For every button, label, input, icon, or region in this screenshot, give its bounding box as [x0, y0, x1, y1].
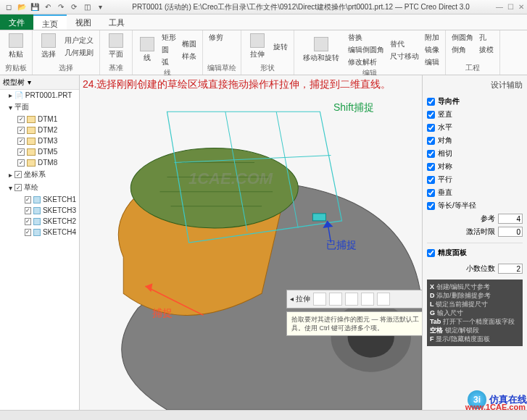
tree-datum-item[interactable]: ✓DTM2	[0, 125, 79, 135]
maximize-button[interactable]: ☐	[507, 3, 514, 11]
replace-button[interactable]: 替换	[347, 32, 386, 43]
tree-axes-folder[interactable]: ▸ ✓ 坐标系	[0, 168, 79, 181]
tool-icon-3[interactable]	[345, 293, 358, 306]
guide-item[interactable]: 竖直	[427, 108, 523, 121]
ribbon-group-edit: 移动和旋转 替换 编辑倒圆角 修改解析 替代 尺寸移动 附加 镜像 编辑 编辑	[294, 30, 446, 75]
draft-button[interactable]: 拔模	[478, 44, 495, 56]
round-button[interactable]: 倒圆角	[450, 32, 475, 43]
new-icon[interactable]: ◻	[3, 1, 14, 13]
group-label: 编辑草绘	[207, 63, 236, 73]
guide-item[interactable]: 相切	[427, 147, 523, 160]
undo-icon[interactable]: ↶	[42, 1, 54, 13]
open-icon[interactable]: 📂	[16, 1, 28, 13]
tree-sketch-item[interactable]: ✓SKETCH1	[0, 194, 79, 205]
guide-item[interactable]: 平行	[427, 173, 523, 186]
tab-view[interactable]: 视图	[67, 14, 100, 30]
chamfer-button[interactable]: 倒角	[450, 44, 475, 56]
ribbon-tabs: 文件 主页 视图 工具	[0, 14, 527, 30]
attach-button[interactable]: 附加	[423, 32, 441, 43]
tree-datum-item[interactable]: ✓DTM3	[0, 135, 79, 146]
delay-field[interactable]: 激活时限	[427, 225, 523, 238]
group-label: 剪贴板	[4, 63, 28, 73]
annotation-shift: Shift捕捉	[333, 101, 374, 114]
annotation-main: 24.选择刚刚创建的草绘区域直接拖动操作杆拉伸，捕捉到二维直线。	[83, 78, 416, 91]
ribbon-group-line: 线 矩形 圆 弧 椭圆 样条 线	[133, 30, 203, 75]
tree-sketch-folder[interactable]: ▾ ✓ 草绘	[0, 181, 79, 194]
rect-button[interactable]: 矩形	[160, 32, 178, 43]
guide-item[interactable]: 对角	[427, 134, 523, 147]
guide-item[interactable]: 垂直	[427, 186, 523, 199]
ellipse-button[interactable]: 椭圆	[180, 38, 198, 50]
ribbon: 粘贴 剪贴板 选择 用户定义 几何规则 选择 平面 基准 线 矩形 圆 弧 椭	[0, 30, 527, 75]
plane-button[interactable]: 平面	[104, 32, 128, 62]
mirror-button[interactable]: 镜像	[423, 44, 441, 56]
guide-item[interactable]: 水平	[427, 121, 523, 134]
minimize-button[interactable]: —	[496, 3, 503, 11]
svg-rect-6	[312, 214, 325, 221]
tool-icon-5[interactable]	[377, 293, 390, 306]
close-button[interactable]: ✕	[518, 3, 524, 11]
save-icon[interactable]: 💾	[29, 1, 41, 13]
tree-sketch-item[interactable]: ✓SKETCH3	[0, 205, 79, 216]
panel-title: 设计辅助	[427, 78, 523, 95]
filter-dropdown[interactable]: 用户定义	[63, 35, 95, 46]
decimals-field[interactable]: 小数位数	[427, 262, 523, 275]
arc-button[interactable]: 弧	[160, 56, 178, 68]
select-button[interactable]: 选择	[37, 32, 60, 62]
ribbon-group-select: 选择 用户定义 几何规则 选择	[33, 30, 100, 75]
window-title: PRT0001 (活动的) E:\Creo工作目录\工作文件\0912\Dire…	[106, 2, 496, 12]
group-label: 形状	[246, 63, 289, 73]
regen-icon[interactable]: ⟳	[68, 1, 80, 13]
ribbon-group-shapes: 拉伸 旋转 形状	[241, 30, 294, 75]
tree-sketch-item[interactable]: ✓SKETCH2	[0, 216, 79, 227]
annotation-captured: 已捕捉	[326, 239, 357, 252]
tree-root[interactable]: ▸ 📄 PRT0001.PRT	[0, 90, 79, 101]
tree-sketch-item[interactable]: ✓SKETCH4	[0, 227, 79, 238]
tool-icon-4[interactable]	[361, 293, 374, 306]
ribbon-group-clipboard: 粘贴 剪贴板	[0, 30, 33, 75]
substitute-button[interactable]: 替代	[389, 38, 420, 50]
tab-tools[interactable]: 工具	[100, 14, 133, 30]
tooltip: 拾取要对其进行操作的图元 — 将激活默认工具。使用 Ctrl 键可选择多个项。	[286, 311, 431, 336]
tab-home[interactable]: 主页	[33, 14, 67, 30]
revolve-button[interactable]: 旋转	[272, 41, 289, 53]
group-label: 选择	[37, 63, 95, 73]
trim-button[interactable]: 修剪	[207, 32, 225, 43]
guides-check[interactable]: 导向件	[427, 95, 523, 108]
tool-icon-2[interactable]	[329, 293, 342, 306]
settings-icon[interactable]: ▾	[94, 1, 106, 13]
paste-button[interactable]: 粘贴	[4, 32, 28, 62]
extrude-label: ◂ 拉伸	[290, 294, 310, 304]
guide-item[interactable]: 对称	[427, 160, 523, 173]
tool-icon-1[interactable]	[313, 293, 326, 306]
tweak-button[interactable]: 修改解析	[347, 56, 386, 68]
geom-rules[interactable]: 几何规则	[63, 47, 95, 59]
tree-datum-item[interactable]: ✓DTM1	[0, 114, 79, 125]
extrude-button[interactable]: 拉伸	[246, 32, 269, 62]
tree-datum-item[interactable]: ✓DTM5	[0, 146, 79, 157]
hole-button[interactable]: 孔	[478, 32, 495, 43]
tree-datum-item[interactable]: ✓DTM8	[0, 157, 79, 168]
group-label: 基准	[104, 63, 128, 73]
redo-icon[interactable]: ↷	[55, 1, 67, 13]
shortcut-help: X 创建/编辑尺寸参考 D 添加/删除捕捉参考 L 锁定当前捕捉尺寸 G 输入尺…	[427, 280, 523, 346]
tab-file[interactable]: 文件	[0, 14, 33, 30]
ribbon-group-engineering: 倒圆角 倒角 孔 拔模 工程	[446, 30, 500, 75]
line-button[interactable]: 线	[137, 35, 157, 65]
dim-move-button[interactable]: 尺寸移动	[389, 51, 420, 62]
spline-button[interactable]: 样条	[180, 51, 198, 62]
window-controls: — ☐ ✕	[496, 3, 524, 11]
tree-datum-folder[interactable]: ▾ 平面	[0, 101, 79, 114]
edit-round-button[interactable]: 编辑倒圆角	[347, 44, 386, 56]
guide-item[interactable]: 等长/等半径	[427, 199, 523, 212]
precision-check[interactable]: 精度面板	[427, 246, 523, 259]
graphics-viewport[interactable]: 24.选择刚刚创建的草绘区域直接拖动操作杆拉伸，捕捉到二维直线。 Shift捕捉…	[80, 75, 422, 410]
mini-toolbar[interactable]: ◂ 拉伸	[286, 290, 423, 308]
flex-button[interactable]: 编辑	[423, 56, 441, 68]
move-rotate-button[interactable]: 移动和旋转	[299, 35, 344, 65]
param-field[interactable]: 参考	[427, 212, 523, 225]
annotation-capture: 捕捉	[152, 307, 173, 320]
close-window-icon[interactable]: ◫	[81, 1, 93, 13]
circle-button[interactable]: 圆	[160, 44, 178, 56]
titlebar: ◻ 📂 💾 ↶ ↷ ⟳ ◫ ▾ PRT0001 (活动的) E:\Creo工作目…	[0, 0, 527, 14]
